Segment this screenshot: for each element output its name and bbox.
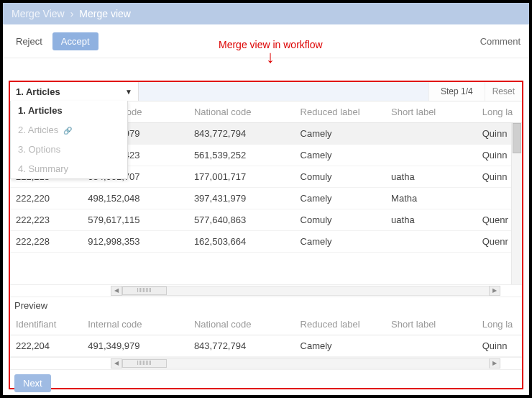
filter-row: 1. Articles ▼ Step 1/4 Reset 1. Articles… [10, 82, 522, 101]
vertical-scrollbar[interactable] [511, 123, 522, 284]
next-button[interactable]: Next [14, 374, 51, 392]
preview-panel: Preview Identifiant Internal code Nation… [10, 297, 522, 357]
reset-button[interactable]: Reset [485, 82, 522, 101]
merge-view-panel: 1. Articles ▼ Step 1/4 Reset 1. Articles… [9, 81, 523, 389]
breadcrumb: Merge View › Merge view [3, 3, 529, 24]
table-row[interactable]: 222,204 491,349,979 843,772,794 Camely Q… [10, 335, 522, 357]
horizontal-scroll-thumb[interactable] [122, 359, 167, 368]
scroll-right-icon[interactable]: ▶ [489, 286, 500, 296]
comment-link[interactable]: Comment [480, 36, 520, 47]
link-icon: 🔗 [63, 127, 72, 135]
arrow-down-icon: ↓ [219, 53, 323, 61]
table-row[interactable]: 222,220 498,152,048 397,431,979 Camely M… [10, 188, 522, 209]
chevron-right-icon: › [70, 8, 74, 19]
horizontal-scrollbar[interactable]: ◀ ▶ [111, 286, 500, 296]
step-dropdown-menu: 1. Articles 2. Articles 🔗 3. Options 4. … [10, 101, 128, 179]
dropdown-item-articles-1[interactable]: 1. Articles [11, 101, 127, 120]
horizontal-scrollbar[interactable]: ◀ ▶ [111, 358, 500, 368]
dropdown-item-options[interactable]: 3. Options [11, 140, 127, 159]
scroll-left-icon[interactable]: ◀ [111, 286, 122, 296]
col-header-national-code[interactable]: National code [188, 101, 295, 123]
step-indicator: Step 1/4 [428, 82, 485, 101]
col-header-reduced-label[interactable]: Reduced label [295, 314, 386, 335]
search-input[interactable] [139, 82, 428, 101]
scroll-left-icon[interactable]: ◀ [111, 358, 122, 368]
horizontal-scroll-thumb[interactable] [122, 286, 167, 295]
table-row[interactable]: 222,228 912,998,353 162,503,664 Camely Q… [10, 231, 522, 253]
breadcrumb-root[interactable]: Merge View [12, 8, 65, 19]
dropdown-item-articles-2[interactable]: 2. Articles 🔗 [11, 120, 127, 140]
breadcrumb-leaf: Merge view [79, 8, 131, 19]
col-header-short-label[interactable]: Short label [385, 314, 477, 335]
reject-button[interactable]: Reject [12, 33, 47, 50]
table-row[interactable]: 222,223 579,617,115 577,640,863 Comuly u… [10, 209, 522, 231]
col-header-internal-code[interactable]: Internal code [82, 314, 188, 335]
scroll-right-icon[interactable]: ▶ [489, 358, 500, 368]
main-hscroll-row: ◀ ▶ [10, 284, 522, 297]
caret-down-icon: ▼ [125, 88, 132, 96]
step-dropdown[interactable]: 1. Articles ▼ [10, 82, 139, 101]
accept-button[interactable]: Accept [52, 32, 98, 50]
col-header-national-code[interactable]: National code [188, 314, 295, 335]
col-header-long-label[interactable]: Long la [477, 314, 522, 335]
vertical-scroll-thumb[interactable] [513, 123, 521, 153]
preview-title: Preview [10, 297, 522, 314]
app-frame: Merge View › Merge view Reject Accept Co… [0, 0, 532, 398]
annotation-callout: Merge view in workflow ↓ [219, 39, 323, 61]
col-header-id[interactable]: Identifiant [10, 314, 82, 335]
table-header-row: Identifiant Internal code National code … [10, 314, 522, 335]
step-dropdown-label: 1. Articles [16, 86, 60, 97]
dropdown-item-summary[interactable]: 4. Summary [11, 159, 127, 178]
col-header-reduced-label[interactable]: Reduced label [295, 101, 386, 123]
col-header-short-label[interactable]: Short label [385, 101, 477, 123]
col-header-long-label[interactable]: Long la [477, 101, 522, 123]
preview-table: Identifiant Internal code National code … [10, 314, 522, 357]
preview-hscroll-row: ◀ ▶ [10, 357, 522, 370]
